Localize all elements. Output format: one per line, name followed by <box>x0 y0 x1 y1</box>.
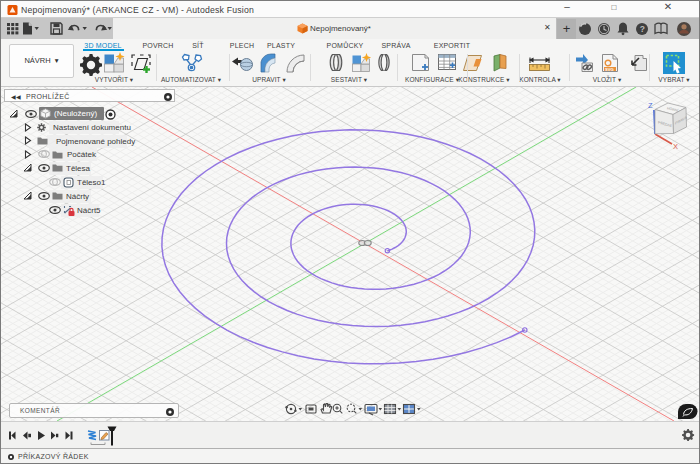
svg-text:X: X <box>673 142 678 151</box>
svg-text:?: ? <box>640 24 645 34</box>
svg-text:SVG: SVG <box>605 67 614 72</box>
svg-text:Z: Z <box>648 101 653 110</box>
